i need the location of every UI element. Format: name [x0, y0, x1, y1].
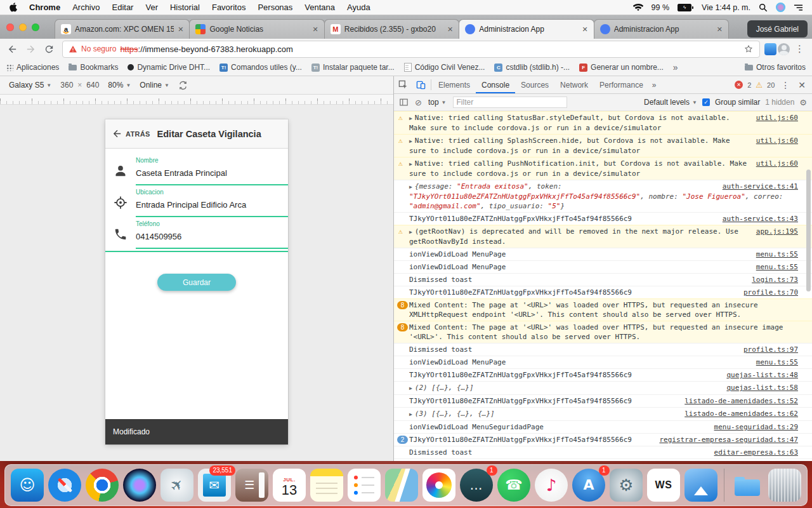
mail-icon[interactable]: ✉23,551: [198, 469, 231, 502]
tel-fono-field[interactable]: Teléfono0414509956: [136, 217, 288, 249]
bookmark-comandos-utiles-y[interactable]: T!Comandos utiles (y...: [219, 63, 302, 72]
extension-icon[interactable]: [764, 43, 776, 55]
source-link[interactable]: auth-service.ts:43: [723, 214, 798, 224]
devtools-tab-elements[interactable]: Elements: [433, 76, 476, 93]
menubar-clock[interactable]: Vie 1:44 p. m.: [702, 3, 750, 12]
security-label[interactable]: No seguro: [81, 44, 116, 53]
bookmarks-overflow-icon[interactable]: »: [673, 62, 678, 72]
browser-tab[interactable]: Administracion App✕: [594, 19, 729, 39]
reload-button[interactable]: [41, 41, 58, 58]
chrome-icon[interactable]: [86, 469, 119, 502]
console-filter-input[interactable]: [453, 97, 567, 108]
menu-personas[interactable]: Personas: [258, 3, 292, 12]
devtools-tab-sources[interactable]: Sources: [515, 76, 554, 93]
wifi-icon[interactable]: [633, 4, 643, 11]
finder-icon[interactable]: ☺: [11, 469, 44, 502]
menu-chrome[interactable]: Chrome: [29, 3, 60, 12]
save-button[interactable]: Guardar: [157, 274, 236, 291]
browser-tab[interactable]: Google Noticias✕: [189, 19, 324, 39]
source-link[interactable]: util.js:60: [756, 159, 798, 168]
zoom-window-button[interactable]: [32, 23, 39, 31]
expand-caret-icon[interactable]: ▶: [409, 184, 412, 190]
photos-icon[interactable]: [422, 469, 455, 502]
forward-button[interactable]: [22, 41, 39, 58]
source-link[interactable]: listado-de-amenidades.ts:62: [684, 409, 798, 418]
bookmark-star-icon[interactable]: [743, 44, 754, 54]
devtools-tab-performance[interactable]: Performance: [594, 76, 649, 93]
tab-close-icon[interactable]: ✕: [313, 25, 318, 34]
documents-folder-icon[interactable]: [731, 469, 764, 502]
safari-icon[interactable]: [48, 469, 81, 502]
device-select[interactable]: Galaxy S5▼: [9, 81, 51, 90]
source-link[interactable]: util.js:60: [756, 113, 798, 123]
console-settings-icon[interactable]: ⚙: [799, 98, 807, 107]
contacts-icon[interactable]: ☰: [235, 469, 268, 502]
devtools-tab-console[interactable]: Console: [476, 76, 515, 93]
source-link[interactable]: app.js:195: [756, 227, 798, 236]
source-link[interactable]: quejas-list.ts:58: [726, 383, 798, 392]
source-link[interactable]: menu-seguridad.ts:29: [714, 422, 798, 432]
source-link[interactable]: menu.ts:55: [756, 262, 798, 272]
devtools-tab-network[interactable]: Network: [554, 76, 594, 93]
context-select[interactable]: top▼: [428, 98, 447, 107]
source-link[interactable]: menu.ts:55: [756, 250, 798, 259]
group-similar-checkbox[interactable]: ✓: [702, 98, 710, 106]
device-toolbar-toggle-icon[interactable]: [412, 76, 429, 93]
log-levels-select[interactable]: Default levels▼: [644, 98, 697, 107]
source-link[interactable]: profile.ts:97: [743, 345, 798, 354]
source-link[interactable]: quejas-list.ts:48: [726, 370, 798, 380]
rotate-device-icon[interactable]: [178, 81, 188, 90]
throttling-select[interactable]: Online▼: [140, 81, 169, 90]
notes-icon[interactable]: [310, 469, 343, 502]
spotlight-icon[interactable]: [759, 3, 768, 12]
trash-icon[interactable]: [768, 469, 801, 502]
system-preferences-icon[interactable]: ⚙: [610, 469, 643, 502]
bookmark-instalar-paquete-tar[interactable]: T!Instalar paquete tar...: [311, 63, 395, 72]
tab-close-icon[interactable]: ✕: [582, 25, 587, 34]
source-link[interactable]: listado-de-amenidades.ts:52: [684, 396, 798, 406]
zoom-select[interactable]: 80%▼: [108, 81, 131, 90]
source-link[interactable]: lista-casetas-vigilancia.ts:50: [672, 460, 798, 461]
browser-tab[interactable]: Administracion App✕: [459, 19, 594, 39]
itunes-icon[interactable]: ♪: [535, 469, 568, 502]
source-link[interactable]: editar-empresa.ts:63: [714, 448, 798, 457]
messages-icon[interactable]: …1: [460, 469, 493, 502]
expand-caret-icon[interactable]: ▶: [409, 385, 412, 391]
menu-favoritos[interactable]: Favoritos: [212, 3, 246, 12]
expand-caret-icon[interactable]: ▶: [409, 116, 412, 121]
source-link[interactable]: registrar-empresa-seguridad.ts:47: [659, 435, 798, 444]
browser-tab[interactable]: aAmazon.com: XPC OMEN 15✕: [55, 19, 190, 39]
siri-icon[interactable]: [123, 469, 156, 502]
devtools-menu-icon[interactable]: ⋮: [779, 80, 792, 90]
browser-tab[interactable]: MRecibidos (2.355) - gxbo20✕: [324, 19, 459, 39]
bookmark-bookmarks[interactable]: Bookmarks: [69, 63, 118, 72]
close-window-button[interactable]: [6, 23, 14, 31]
tab-close-icon[interactable]: ✕: [447, 25, 453, 34]
appstore-icon[interactable]: A1: [572, 469, 605, 502]
calendar-icon[interactable]: JUL.13: [273, 469, 306, 502]
source-link[interactable]: auth-service.ts:41: [723, 182, 798, 191]
menu-historial[interactable]: Historial: [170, 3, 200, 12]
nombre-field[interactable]: NombreCaseta Entrada Principal: [136, 154, 288, 185]
source-link[interactable]: login.ts:73: [752, 275, 798, 284]
menu-editar[interactable]: Editar: [112, 3, 133, 12]
browser-avatar-icon[interactable]: [778, 43, 790, 55]
bookmark-generar-un-nombre[interactable]: FGenerar un nombre...: [579, 63, 664, 72]
expand-caret-icon[interactable]: ▶: [409, 229, 412, 235]
maps-icon[interactable]: [385, 469, 418, 502]
other-bookmarks[interactable]: Otros favoritos: [745, 63, 806, 72]
source-link[interactable]: util.js:60: [756, 136, 798, 145]
ubicacion-field[interactable]: UbicacionEntrada Principal Edificio Arca: [136, 185, 288, 217]
menu-ventana[interactable]: Ventana: [304, 3, 335, 12]
device-dimensions[interactable]: 360 × 640: [60, 81, 99, 90]
apple-menu-icon[interactable]: [9, 3, 17, 12]
bookmark-cstdlib-stdlib-h[interactable]: Ccstdlib (stdlib.h) -...: [494, 63, 570, 72]
profile-chip[interactable]: José Gabriel: [747, 20, 808, 37]
error-count-icon[interactable]: ✕: [735, 81, 743, 89]
minimize-window-button[interactable]: [19, 23, 27, 31]
browser-menu-icon[interactable]: ⋮: [791, 43, 808, 55]
clear-console-icon[interactable]: ⊘: [415, 98, 422, 107]
menu-ayuda[interactable]: Ayuda: [347, 3, 370, 12]
bookmark-dynamic-drive-dht[interactable]: Dynamic Drive DHT...: [128, 63, 210, 72]
expand-caret-icon[interactable]: ▶: [409, 161, 412, 167]
